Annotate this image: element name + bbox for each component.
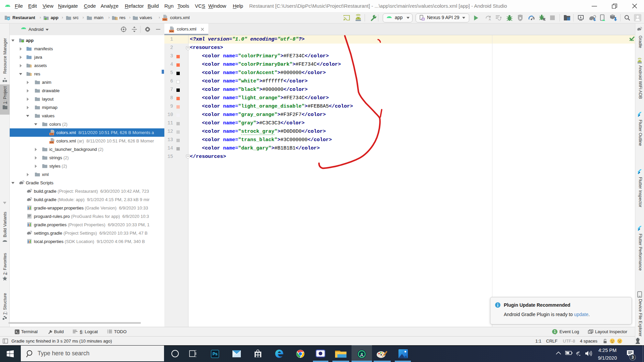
svg-text:1: 1 [554, 330, 556, 334]
svg-text:3: 3 [632, 355, 634, 360]
